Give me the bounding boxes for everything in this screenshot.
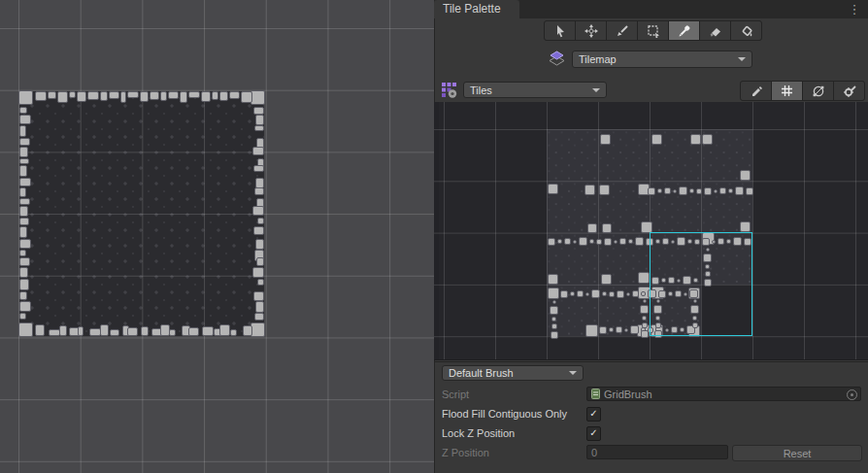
- chevron-down-icon: [738, 57, 746, 61]
- lock-z-checkbox[interactable]: ✓: [586, 426, 601, 441]
- kebab-menu-icon[interactable]: ⋮: [847, 1, 862, 17]
- palette-tile: [548, 274, 558, 285]
- palette-tile: [657, 188, 662, 193]
- wall-tile: [252, 267, 264, 278]
- palette-tile: [596, 239, 602, 245]
- wall-tile: [168, 91, 179, 99]
- palette-tile: [617, 290, 624, 298]
- palette-tile: [638, 272, 650, 284]
- palette-tile: [585, 324, 598, 337]
- edit-palette-button[interactable]: [741, 82, 772, 100]
- wall-tile: [77, 91, 86, 102]
- palette-tile: [704, 187, 712, 195]
- palette-tile: [599, 185, 610, 195]
- tab-tile-palette[interactable]: Tile Palette: [434, 0, 519, 18]
- gizmo-sphere-icon: [812, 84, 825, 98]
- scene-grid-lines: [0, 0, 434, 473]
- paint-tool-button[interactable]: [607, 21, 638, 40]
- palette-tile: [609, 291, 615, 297]
- wall-tile: [127, 91, 139, 98]
- palette-tile: [714, 189, 718, 193]
- palette-selection-box[interactable]: [650, 232, 752, 336]
- palette-tile: [619, 238, 626, 245]
- wall-tile: [35, 324, 45, 336]
- flood-fill-tool-button[interactable]: [731, 21, 761, 40]
- brush-settings-button[interactable]: [834, 82, 864, 100]
- palette-tile: [632, 290, 639, 297]
- palette-tile: [746, 187, 753, 195]
- wall-tile: [110, 329, 119, 336]
- wall-tile: [241, 91, 252, 103]
- object-picker-icon[interactable]: [847, 389, 857, 400]
- palette-tile: [643, 299, 647, 303]
- gizmos-toggle-button[interactable]: [803, 82, 834, 100]
- wall-tile: [253, 291, 264, 301]
- wall-tile: [59, 325, 67, 336]
- select-tool-button[interactable]: [545, 21, 576, 40]
- palette-tile: [599, 326, 607, 334]
- wall-tile: [19, 165, 27, 177]
- palette-tile: [664, 187, 671, 194]
- wall-tile: [69, 91, 76, 98]
- palette-tile: [616, 326, 622, 333]
- grid-toggle-button[interactable]: [772, 82, 803, 100]
- palette-tile: [573, 240, 577, 244]
- tile-palette-icon: [441, 82, 458, 99]
- wall-tile: [254, 187, 264, 195]
- lock-z-label: Lock Z Position: [442, 427, 515, 439]
- wall-tile: [252, 147, 264, 155]
- palette-viewport[interactable]: [434, 102, 868, 360]
- wall-tile: [229, 91, 240, 99]
- flood-fill-label: Flood Fill Contiguous Only: [442, 408, 567, 420]
- wall-tile: [19, 218, 29, 225]
- script-label: Script: [442, 389, 469, 400]
- wall-tile: [57, 91, 68, 103]
- palette-tile: [679, 186, 687, 195]
- wall-tile: [19, 187, 26, 197]
- wall-tile: [255, 115, 264, 125]
- eyedropper-icon: [678, 24, 691, 38]
- wall-tile: [150, 91, 159, 100]
- reset-button[interactable]: Reset: [732, 445, 862, 461]
- palette-tile: [614, 240, 618, 244]
- palette-tile: [719, 187, 726, 194]
- box-fill-tool-button[interactable]: [638, 21, 669, 40]
- active-tilemap-dropdown[interactable]: Tilemap: [572, 51, 752, 68]
- palette-tile: [604, 238, 612, 246]
- brush-dropdown[interactable]: Default Brush: [442, 365, 584, 381]
- wall-tile: [201, 91, 211, 102]
- flood-fill-checkbox[interactable]: ✓: [586, 407, 601, 422]
- palette-tile: [624, 328, 628, 332]
- palette-tile: [602, 223, 612, 233]
- palette-tile: [584, 185, 595, 195]
- palette-tile: [642, 322, 648, 328]
- wall-tile: [250, 90, 265, 105]
- palette-tile: [740, 170, 751, 181]
- tilemap-layers-icon: [548, 51, 566, 67]
- wall-tile: [257, 279, 264, 286]
- wall-tile: [252, 206, 264, 216]
- pick-tool-button[interactable]: [669, 21, 700, 40]
- z-position-field[interactable]: 0: [586, 445, 728, 459]
- wall-tile: [19, 198, 30, 205]
- palette-tile: [673, 189, 677, 193]
- move-icon: [584, 24, 598, 38]
- wall-tile: [250, 322, 265, 337]
- palette-tile: [735, 186, 744, 195]
- wall-tile: [212, 91, 218, 100]
- wall-tile: [19, 257, 30, 266]
- wall-tile: [19, 250, 26, 256]
- palette-tile: [564, 238, 571, 245]
- palette-tile: [552, 300, 556, 304]
- gear-pencil-icon: [843, 84, 856, 98]
- palette-dropdown[interactable]: Tiles: [463, 82, 607, 98]
- palette-tile: [602, 291, 607, 296]
- script-object-field[interactable]: GridBrush: [586, 387, 861, 401]
- move-tool-button[interactable]: [576, 21, 607, 40]
- wall-tile: [160, 91, 167, 101]
- palette-tile: [641, 330, 649, 338]
- palette-tile: [630, 325, 639, 334]
- erase-tool-button[interactable]: [700, 21, 731, 40]
- scene-viewport[interactable]: [0, 0, 434, 473]
- grid-icon: [781, 84, 793, 97]
